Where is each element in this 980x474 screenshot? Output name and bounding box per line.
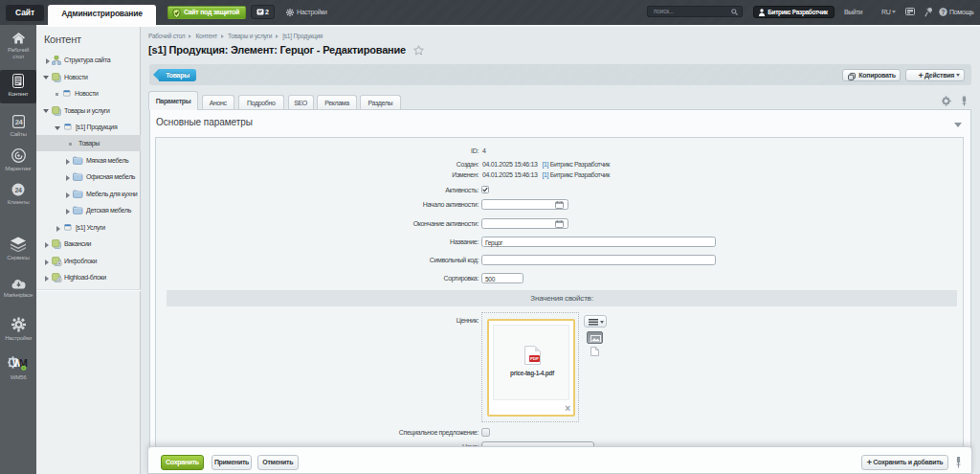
svg-text:PDF: PDF (530, 356, 539, 361)
svg-text:?: ? (942, 9, 946, 15)
svg-text:24: 24 (14, 118, 23, 126)
svg-text:24: 24 (14, 187, 22, 193)
